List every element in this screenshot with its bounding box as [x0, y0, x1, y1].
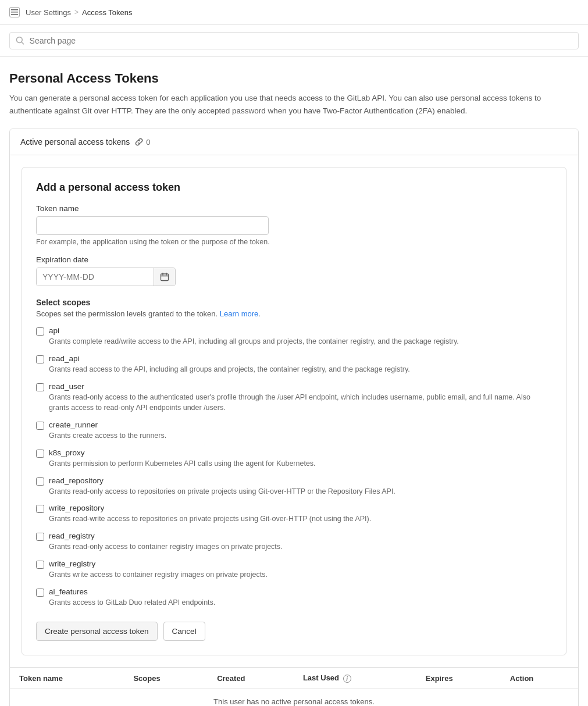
empty-state-message: This user has no active personal access … [10, 689, 578, 707]
search-input[interactable] [30, 36, 572, 45]
scope-checkbox-k8s_proxy[interactable] [36, 450, 44, 458]
scope-checkbox-read_api[interactable] [36, 355, 44, 363]
token-name-hint: For example, the application using the t… [36, 238, 552, 246]
token-count: 0 [134, 137, 150, 147]
scope-name-write_repository: write_repository [49, 504, 371, 512]
token-name-input[interactable] [36, 216, 269, 235]
col-last-used: Last Used i [294, 668, 416, 689]
scopes-section: Select scopes Scopes set the permission … [36, 298, 552, 608]
sidebar-toggle-icon[interactable] [9, 7, 20, 17]
learn-more-link[interactable]: Learn more [220, 309, 258, 318]
col-expires: Expires [416, 668, 501, 689]
scope-name-api: api [49, 326, 459, 335]
col-action: Action [501, 668, 578, 689]
scope-item: read_user Grants read-only access to the… [36, 382, 552, 414]
page-description: You can generate a personal access token… [9, 92, 579, 117]
scope-name-create_runner: create_runner [49, 420, 166, 429]
cancel-button[interactable]: Cancel [163, 622, 205, 641]
scope-checkbox-create_runner[interactable] [36, 422, 44, 430]
scope-item: k8s_proxy Grants permission to perform K… [36, 448, 552, 469]
scope-desc-write_registry: Grants write access to container registr… [49, 569, 268, 580]
outer-card: Active personal access tokens 0 Add a pe… [9, 129, 579, 706]
scope-checkbox-ai_features[interactable] [36, 589, 44, 597]
add-token-form-title: Add a personal access token [36, 181, 552, 194]
scope-item: create_runner Grants create access to th… [36, 420, 552, 441]
scope-checkbox-write_registry[interactable] [36, 561, 44, 569]
svg-rect-0 [11, 9, 18, 10]
scope-name-read_registry: read_registry [49, 532, 283, 540]
calendar-icon [160, 272, 169, 281]
last-used-info-icon[interactable]: i [343, 675, 351, 683]
scopes-description-text: Scopes set the permission levels granted… [36, 309, 218, 318]
scope-item: api Grants complete read/write access to… [36, 326, 552, 347]
scope-desc-write_repository: Grants read-write access to repositories… [49, 514, 371, 525]
scope-desc-ai_features: Grants access to GitLab Duo related API … [49, 597, 215, 608]
svg-rect-2 [11, 14, 18, 15]
breadcrumb: User Settings > Access Tokens [0, 0, 588, 25]
svg-rect-5 [161, 274, 169, 281]
scope-checkbox-read_registry[interactable] [36, 533, 44, 541]
breadcrumb-parent[interactable]: User Settings [26, 8, 71, 17]
scope-desc-read_registry: Grants read-only access to container reg… [49, 541, 283, 552]
scope-item: read_api Grants read access to the API, … [36, 354, 552, 375]
scope-checkbox-read_user[interactable] [36, 383, 44, 391]
page-title: Personal Access Tokens [9, 71, 579, 86]
form-actions: Create personal access token Cancel [36, 622, 552, 641]
scope-name-k8s_proxy: k8s_proxy [49, 448, 316, 457]
scopes-description: Scopes set the permission levels granted… [36, 309, 552, 318]
token-name-group: Token name For example, the application … [36, 204, 552, 246]
scope-name-ai_features: ai_features [49, 587, 215, 596]
scope-desc-read_api: Grants read access to the API, including… [49, 364, 410, 375]
scope-item: read_registry Grants read-only access to… [36, 532, 552, 552]
scope-checkbox-api[interactable] [36, 327, 44, 336]
search-bar [9, 32, 579, 49]
scope-name-read_user: read_user [49, 382, 552, 391]
expiration-date-group: Expiration date [36, 255, 552, 286]
scopes-title: Select scopes [36, 298, 552, 307]
search-icon [16, 36, 25, 45]
link-icon [134, 137, 144, 147]
tokens-table: Token name Scopes Created Last Used i Ex… [10, 667, 578, 706]
scope-item: read_repository Grants read-only access … [36, 476, 552, 497]
active-tokens-label: Active personal access tokens [20, 137, 130, 147]
scope-checkbox-write_repository[interactable] [36, 505, 44, 513]
breadcrumb-current: Access Tokens [82, 8, 132, 17]
scope-desc-read_repository: Grants read-only access to repositories … [49, 486, 395, 497]
scope-item: ai_features Grants access to GitLab Duo … [36, 587, 552, 608]
scope-desc-create_runner: Grants create access to the runners. [49, 430, 166, 441]
search-bar-container [0, 25, 588, 57]
calendar-icon-button[interactable] [154, 268, 175, 286]
scope-name-write_registry: write_registry [49, 559, 268, 568]
col-token-name: Token name [10, 668, 124, 689]
col-created: Created [208, 668, 294, 689]
main-content: Personal Access Tokens You can generate … [0, 57, 588, 706]
svg-line-4 [22, 42, 23, 44]
col-scopes: Scopes [124, 668, 208, 689]
scope-desc-read_user: Grants read-only access to the authentic… [49, 392, 552, 414]
scope-item: write_registry Grants write access to co… [36, 559, 552, 580]
expiration-date-input[interactable] [37, 268, 154, 286]
active-tokens-header: Active personal access tokens 0 [10, 129, 578, 155]
create-token-button[interactable]: Create personal access token [36, 622, 158, 641]
scope-name-read_repository: read_repository [49, 476, 395, 485]
scope-name-read_api: read_api [49, 354, 410, 363]
expiration-date-label: Expiration date [36, 255, 552, 264]
token-name-label: Token name [36, 204, 552, 213]
scope-desc-api: Grants complete read/write access to the… [49, 336, 459, 347]
empty-state-row: This user has no active personal access … [10, 689, 578, 707]
scope-desc-k8s_proxy: Grants permission to perform Kubernetes … [49, 458, 316, 469]
scopes-list: api Grants complete read/write access to… [36, 326, 552, 608]
breadcrumb-separator: > [74, 8, 79, 16]
add-token-form: Add a personal access token Token name F… [22, 167, 566, 655]
scope-checkbox-read_repository[interactable] [36, 477, 44, 486]
scope-item: write_repository Grants read-write acces… [36, 504, 552, 525]
date-input-wrapper [36, 268, 176, 286]
table-header-row: Token name Scopes Created Last Used i Ex… [10, 668, 578, 689]
svg-rect-1 [11, 12, 18, 13]
